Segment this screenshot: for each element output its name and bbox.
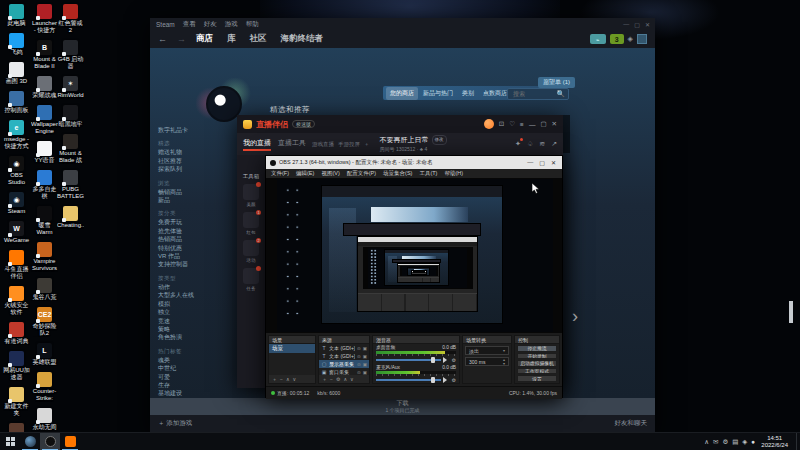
- danmu-icon[interactable]: ≋: [539, 140, 545, 148]
- steam-menu-item[interactable]: 好友: [204, 20, 217, 29]
- tray-icon[interactable]: ◈: [742, 438, 747, 446]
- store-search-input[interactable]: [511, 90, 556, 98]
- back-arrow-button[interactable]: ←: [158, 34, 167, 44]
- carousel-next-arrow[interactable]: ›: [572, 306, 578, 327]
- steam-menu-item[interactable]: 游戏: [225, 20, 238, 29]
- desktop-icon[interactable]: 荣耀战魂: [31, 76, 58, 99]
- desktop-icon[interactable]: ✶ RimWorld: [57, 76, 84, 99]
- user-avatar[interactable]: [637, 34, 647, 44]
- menu-icon[interactable]: ≡: [520, 121, 524, 128]
- desktop-icon[interactable]: 新建文件夹: [3, 387, 30, 417]
- visibility-eye-icon[interactable]: ⊙: [357, 362, 361, 367]
- obs-menu-item[interactable]: 文件(F): [271, 170, 289, 177]
- desktop-icon[interactable]: Cheating..: [57, 206, 84, 229]
- douyu-tab[interactable]: 我的直播: [243, 138, 271, 151]
- favorite-icon[interactable]: ♡: [509, 120, 515, 128]
- obs-menu-item[interactable]: 编辑(E): [296, 170, 314, 177]
- steam-menu-item[interactable]: 帮助: [246, 20, 259, 29]
- lock-icon[interactable]: ▣: [363, 362, 367, 367]
- source-item[interactable]: ▢ 显示器采集 ⊙ ▣: [319, 360, 369, 368]
- channel-gear-icon[interactable]: ⚙: [452, 377, 456, 383]
- visibility-eye-icon[interactable]: ⊙: [357, 370, 361, 375]
- obs-menu-item[interactable]: 配置文件(P): [347, 170, 376, 177]
- desktop-icon[interactable]: Launcher - 快捷方式: [31, 4, 58, 34]
- desktop-icon[interactable]: 控制面板: [3, 91, 30, 114]
- channel-gear-icon[interactable]: ⚙: [452, 357, 456, 363]
- steam-menu-item[interactable]: Steam: [156, 21, 175, 28]
- store-nav-pill[interactable]: 类别: [458, 87, 478, 100]
- desktop-icon[interactable]: ◉ Steam: [3, 192, 30, 215]
- taskbar-clock[interactable]: 14:51 2022/6/24: [761, 435, 788, 449]
- speaker-icon[interactable]: [443, 357, 450, 363]
- steam-nav-tab[interactable]: 库: [227, 33, 236, 45]
- obs-menu-item[interactable]: 工具(T): [419, 170, 437, 177]
- desktop-icon[interactable]: G4B 启动器: [57, 40, 84, 70]
- taskbar-app-obs[interactable]: [40, 433, 60, 450]
- desktop-icon[interactable]: Mount & Blade 战团: [57, 134, 84, 164]
- sources-toolbar-button[interactable]: ＋: [322, 376, 327, 382]
- rank-icon[interactable]: ♤: [527, 140, 533, 148]
- source-item[interactable]: T 文本 (GDI+) ⊙ ▣: [319, 352, 369, 360]
- source-item[interactable]: T 文本 (GDI+) 2 ⊙ ▣: [319, 344, 369, 352]
- desktop-icon[interactable]: 永劫无间: [31, 408, 58, 431]
- tray-icon[interactable]: ✉: [713, 438, 718, 446]
- desktop-icon[interactable]: YY语音: [31, 141, 58, 164]
- tray-alert-icon[interactable]: ●: [751, 438, 755, 445]
- source-item[interactable]: ▣ 窗口采集 ⊙ ▣: [319, 368, 369, 375]
- sources-toolbar-button[interactable]: −: [330, 376, 333, 382]
- obs-preview-canvas[interactable]: [266, 178, 562, 333]
- tray-icon[interactable]: ∧: [704, 438, 709, 446]
- desktop-icon[interactable]: e msedge - 快捷方式: [3, 120, 30, 150]
- minimize-button[interactable]: —: [527, 159, 533, 166]
- obs-menu-item[interactable]: 帮助(H): [444, 170, 463, 177]
- desktop-icon[interactable]: CE2 奇妙探险队2 Curious E..: [31, 307, 58, 337]
- window-control-button[interactable]: —: [623, 21, 629, 28]
- douyu-mode-chip[interactable]: 手游投屏: [338, 141, 360, 148]
- taskbar-app-douyu[interactable]: [60, 433, 80, 450]
- close-button[interactable]: ✕: [551, 159, 556, 166]
- steam-menu-item[interactable]: 查看: [183, 20, 196, 29]
- window-control-button[interactable]: ✕: [645, 21, 650, 28]
- visibility-eye-icon[interactable]: ⊙: [357, 346, 361, 351]
- desktop-icon[interactable]: 飞鸽: [3, 33, 30, 56]
- desktop-icon[interactable]: 画图 3D: [3, 62, 30, 85]
- sources-toolbar-button[interactable]: ∧: [343, 376, 347, 382]
- desktop-icon[interactable]: ◉ OBS Studio: [3, 156, 30, 186]
- toolbox-item-icon[interactable]: [243, 184, 259, 200]
- desktop-icon[interactable]: 有道词典: [3, 322, 30, 345]
- desktop-icon[interactable]: 网易UU加速器: [3, 351, 30, 381]
- notifications-bell-icon[interactable]: ◈: [628, 35, 633, 43]
- desktop-icon[interactable]: PUBG BATTLEGR..: [57, 170, 84, 200]
- desktop-icon[interactable]: 此电脑: [3, 4, 30, 27]
- gift-icon[interactable]: ✦: [515, 140, 521, 148]
- tray-icon[interactable]: ▤: [732, 438, 738, 446]
- big-picture-button[interactable]: ⌁: [590, 34, 606, 44]
- steam-nav-tab[interactable]: 商店: [196, 33, 213, 45]
- obs-control-button[interactable]: 开始录制: [517, 353, 557, 360]
- obs-control-button[interactable]: 启动虚拟摄像机: [517, 360, 557, 367]
- store-nav-pill[interactable]: 您的商店: [386, 87, 418, 100]
- scenes-toolbar-button[interactable]: −: [280, 376, 283, 382]
- streamer-avatar[interactable]: [484, 119, 494, 129]
- desktop-icon[interactable]: 红色警戒2: [57, 4, 84, 34]
- lock-icon[interactable]: ▣: [363, 370, 367, 375]
- desktop-icon[interactable]: 斗鱼直播伴侣: [3, 250, 30, 280]
- obs-control-button[interactable]: 工作室模式: [517, 368, 557, 375]
- scenes-toolbar-button[interactable]: ∧: [286, 376, 290, 382]
- close-button[interactable]: ✕: [552, 120, 557, 128]
- wishlist-button[interactable]: 愿望单 (1): [538, 77, 575, 88]
- desktop-icon[interactable]: 暗黑地牢: [57, 105, 84, 128]
- show-desktop-button[interactable]: [796, 433, 800, 450]
- mini-window-icon[interactable]: ⊡: [499, 120, 504, 128]
- transition-select[interactable]: 淡出▾: [465, 346, 509, 355]
- maximize-button[interactable]: ▢: [539, 159, 545, 166]
- desktop-icon[interactable]: W WeGame: [3, 221, 30, 244]
- store-nav-pill[interactable]: 新品与热门: [419, 87, 457, 100]
- transition-duration-spinner[interactable]: 300 ms▴▾: [465, 357, 509, 366]
- minimize-button[interactable]: —: [529, 121, 536, 128]
- steam-nav-tab[interactable]: 海豹终结者: [281, 33, 324, 45]
- lock-icon[interactable]: ▣: [363, 354, 367, 359]
- visibility-eye-icon[interactable]: ⊙: [357, 354, 361, 359]
- window-control-button[interactable]: ▢: [634, 21, 640, 28]
- scenes-toolbar-button[interactable]: ＋: [272, 376, 277, 382]
